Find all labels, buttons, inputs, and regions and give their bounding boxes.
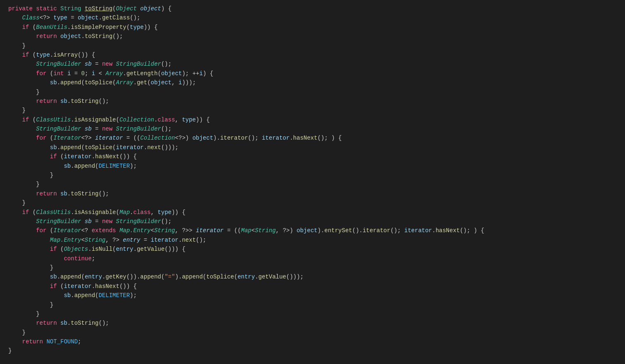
code-line-8: for (int i = 0; i < Array.getLength(obje…: [8, 69, 617, 78]
code-line-1: private static String toString(Object ob…: [8, 4, 617, 13]
code-line-22: }: [8, 198, 617, 207]
code-line-26: Map.Entry<String, ?> entry = iterator.ne…: [8, 236, 617, 245]
code-line-2: Class<?> type = object.getClass();: [8, 13, 617, 22]
code-line-3: if (BeanUtils.isSimpleProperty(type)) {: [8, 23, 617, 32]
code-line-19: }: [8, 171, 617, 180]
code-line-38: }: [8, 346, 617, 355]
code-line-14: StringBuilder sb = new StringBuilder();: [8, 124, 617, 133]
code-line-10: }: [8, 88, 617, 97]
code-line-35: return sb.toString();: [8, 319, 617, 328]
code-line-18: sb.append(DELIMETER);: [8, 162, 617, 171]
code-line-9: sb.append(toSplice(Array.get(object, i))…: [8, 78, 617, 87]
code-line-27: if (Objects.isNull(entry.getValue())) {: [8, 245, 617, 254]
code-line-24: StringBuilder sb = new StringBuilder();: [8, 217, 617, 226]
code-line-12: }: [8, 106, 617, 115]
code-line-23: if (ClassUtils.isAssignable(Map.class, t…: [8, 208, 617, 217]
code-line-7: StringBuilder sb = new StringBuilder();: [8, 59, 617, 69]
code-line-36: }: [8, 328, 617, 337]
code-line-21: return sb.toString();: [8, 189, 617, 198]
code-line-5: }: [8, 41, 617, 50]
code-line-20: }: [8, 180, 617, 189]
code-line-6: if (type.isArray()) {: [8, 50, 617, 59]
code-line-30: sb.append(entry.getKey()).append("=").ap…: [8, 272, 617, 281]
code-line-37: return NOT_FOUND;: [8, 337, 617, 346]
code-line-16: sb.append(toSplice(iterator.next()));: [8, 143, 617, 152]
code-line-17: if (iterator.hasNext()) {: [8, 152, 617, 161]
code-line-15: for (Iterator<?> iterator = ((Collection…: [8, 133, 617, 143]
code-line-33: }: [8, 300, 617, 309]
code-line-4: return object.toString();: [8, 32, 617, 41]
code-line-34: }: [8, 309, 617, 319]
code-line-29: }: [8, 263, 617, 272]
code-line-28: continue;: [8, 254, 617, 263]
code-line-25: for (Iterator<? extends Map.Entry<String…: [8, 226, 617, 235]
code-line-32: sb.append(DELIMETER);: [8, 291, 617, 300]
code-editor: private static String toString(Object ob…: [0, 0, 625, 364]
code-line-13: if (ClassUtils.isAssignable(Collection.c…: [8, 115, 617, 124]
code-line-11: return sb.toString();: [8, 97, 617, 106]
code-line-31: if (iterator.hasNext()) {: [8, 282, 617, 291]
